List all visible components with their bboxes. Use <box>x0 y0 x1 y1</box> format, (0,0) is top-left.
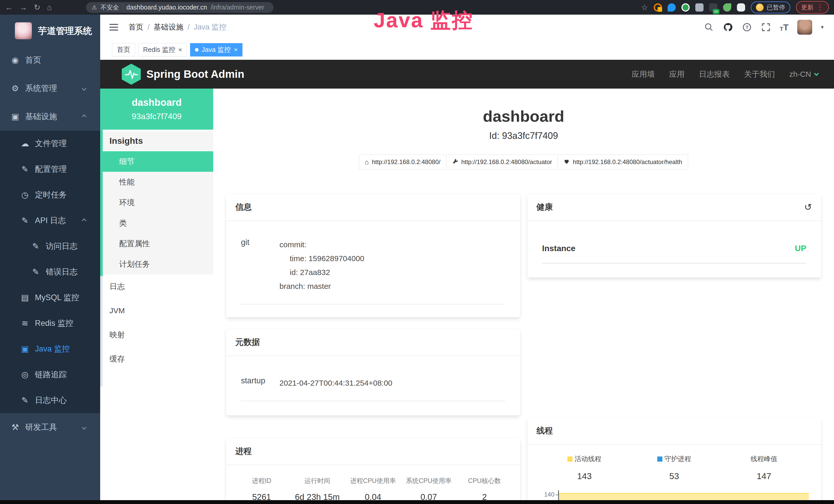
sidebar-item-api-logs[interactable]: ✎ API 日志 <box>0 208 100 233</box>
bookmark-star-icon[interactable]: ☆ <box>641 3 648 12</box>
status-badge: UP <box>795 244 806 253</box>
heart-icon <box>564 158 570 166</box>
sba-content: dashboard Id: 93a3fc7f7409 ⌂ http://192.… <box>213 89 834 504</box>
tab-java-monitor[interactable]: Java 监控 × <box>190 43 242 56</box>
sba-header: Spring Boot Admin 应用墙 应用 日志报表 关于我们 zh-CN <box>100 60 834 89</box>
extension-icon[interactable] <box>737 3 745 12</box>
sidebar-item-config-management[interactable]: ✎ 配置管理 <box>0 156 100 182</box>
sba-nav-journal[interactable]: 日志报表 <box>699 69 730 79</box>
chevron-up-icon <box>82 114 86 119</box>
instance-name: dashboard <box>132 97 182 108</box>
breadcrumb-home[interactable]: 首页 <box>128 22 143 32</box>
chevron-down-icon <box>814 71 818 76</box>
extension-icon[interactable] <box>695 3 704 12</box>
font-size-icon[interactable]: TT <box>780 22 789 32</box>
sidebar-item-access-logs[interactable]: ✎ 访问日志 <box>0 233 100 259</box>
extension-icon[interactable]: 1 <box>654 3 662 12</box>
sidebar-item-infrastructure[interactable]: ▣ 基础设施 <box>0 102 100 131</box>
breadcrumb-infrastructure[interactable]: 基础设施 <box>154 22 183 32</box>
update-browser-button[interactable]: 更新 ⋮ <box>796 1 829 14</box>
sidebar-item-system[interactable]: ⚙ 系统管理 <box>0 74 100 102</box>
info-git-row: git commit: time: 1596289704000 id: 27aa… <box>241 238 505 304</box>
user-avatar[interactable] <box>797 20 812 35</box>
trace-icon: ◎ <box>19 370 31 380</box>
dashboard-icon: ◉ <box>9 55 21 65</box>
tab-home[interactable]: 首页 <box>112 43 135 56</box>
fullscreen-icon[interactable] <box>761 22 771 32</box>
extension-on-badge: on <box>713 9 720 14</box>
sba-language-select[interactable]: zh-CN <box>789 70 818 78</box>
help-icon[interactable]: ? <box>742 22 752 32</box>
hamburger-icon[interactable] <box>106 21 122 33</box>
metadata-card: 元数据 startup 2021-04-27T00:44:31.254+08:0… <box>226 329 520 415</box>
back-icon[interactable]: ← <box>5 4 13 11</box>
forward-icon[interactable]: → <box>20 4 27 11</box>
threads-legend: 活动线程 143 守护进程 <box>540 455 809 481</box>
main-column: 首页 / 基础设施 / Java 监控 <box>100 15 834 504</box>
sba-menu-caches[interactable]: 缓存 <box>100 347 213 371</box>
process-table: 进程ID 5261 运行时间 6d 23h 15m 59s 进程CPU使用率 <box>226 465 520 504</box>
log-icon: ✎ <box>30 241 42 251</box>
close-icon[interactable]: × <box>234 47 238 53</box>
sba-menu-classes[interactable]: 类 <box>100 213 213 233</box>
address-bar[interactable]: ⚠ 不安全 dashboard.yudao.iocoder.cn /infra/… <box>86 2 273 13</box>
redis-icon: ≋ <box>19 318 31 328</box>
sidebar-item-mysql-monitor[interactable]: ▤ MySQL 监控 <box>0 285 100 311</box>
extension-icon[interactable] <box>667 3 676 12</box>
sidebar-item-trace[interactable]: ◎ 链路追踪 <box>0 362 100 387</box>
sidebar-item-java-monitor[interactable]: ▣ Java 监控 <box>0 336 100 362</box>
home-icon[interactable]: ⌂ <box>47 4 52 11</box>
sba-nav-about[interactable]: 关于我们 <box>744 69 775 79</box>
sidebar-item-file-management[interactable]: ☁ 文件管理 <box>0 131 100 156</box>
sidebar-item-error-logs[interactable]: ✎ 错误日志 <box>0 259 100 285</box>
history-icon[interactable]: ↺ <box>804 203 812 212</box>
github-icon[interactable] <box>723 22 733 32</box>
close-icon[interactable]: × <box>178 47 182 53</box>
app-logo[interactable]: 芋道管理系统 <box>0 15 100 46</box>
sba-menu-details[interactable]: 细节 <box>100 151 213 172</box>
reload-icon[interactable]: ↻ <box>34 4 40 11</box>
sba-menu-scheduled-tasks[interactable]: 计划任务 <box>100 254 213 274</box>
paused-profile-badge[interactable]: 已暂停 <box>751 2 790 13</box>
legend-value: 147 <box>719 471 809 481</box>
url-path: /infra/admin-server <box>211 4 264 11</box>
sba-menu-mappings[interactable]: 映射 <box>100 323 213 347</box>
cards-left-column: 信息 git commit: time: 1596289704000 id: 2 <box>226 194 520 504</box>
sidebar-item-scheduled-tasks[interactable]: ◷ 定时任务 <box>0 182 100 208</box>
card-title: 进程 <box>235 446 252 457</box>
sba-nav-wallboard[interactable]: 应用墙 <box>632 69 655 79</box>
edit-icon: ✎ <box>19 164 31 174</box>
instance-header[interactable]: dashboard 93a3fc7f7409 <box>100 89 213 130</box>
sba-nav-applications[interactable]: 应用 <box>669 69 684 79</box>
sba-menu-config-props[interactable]: 配置属性 <box>100 233 213 254</box>
search-icon[interactable] <box>704 22 714 32</box>
caret-down-icon[interactable]: ▾ <box>821 24 824 30</box>
extension-icon[interactable] <box>681 3 690 12</box>
emoji-face-icon <box>756 4 764 11</box>
process-col-uptime: 运行时间 6d 23h 15m 59s <box>289 477 345 504</box>
browser-toolbar-right: ☆ 1 on 已暂停 更新 ⋮ <box>641 1 829 14</box>
sidebar-item-home[interactable]: ◉ 首页 <box>0 46 100 74</box>
chevron-down-icon <box>82 86 86 91</box>
metadata-row-value: 2021-04-27T00:44:31.254+08:00 <box>280 376 393 390</box>
sba-menu-logs[interactable]: 日志 <box>100 274 213 299</box>
cards-right-column: 健康 ↺ Instance UP <box>527 194 821 504</box>
admin-nav: ◉ 首页 ⚙ 系统管理 ▣ 基础设施 ☁ 文件管理 <box>0 46 100 441</box>
sidebar-item-redis-monitor[interactable]: ≋ Redis 监控 <box>0 311 100 336</box>
sidebar-item-log-center[interactable]: ✎ 日志中心 <box>0 387 100 413</box>
sba-menu-metrics[interactable]: 性能 <box>100 172 213 192</box>
tags-view-bar: 首页 Redis 监控 × Java 监控 × <box>100 40 834 60</box>
health-url-button[interactable]: http://192.168.0.2:48080/actuator/health <box>557 155 688 169</box>
actuator-url-button[interactable]: http://192.168.0.2:48080/actuator <box>446 155 558 169</box>
breadcrumb-current: Java 监控 <box>194 22 226 32</box>
security-label: 不安全 <box>101 3 119 12</box>
sidebar-item-dev-tools[interactable]: ⚒ 研发工具 <box>0 413 100 441</box>
service-url-button[interactable]: ⌂ http://192.168.0.2:48080/ <box>359 155 446 169</box>
sba-menu-environment[interactable]: 环境 <box>100 192 213 213</box>
health-instance-row[interactable]: Instance UP <box>542 244 807 264</box>
extension-icon[interactable]: on <box>709 3 717 12</box>
sba-menu-jvm[interactable]: JVM <box>100 299 213 323</box>
legend-daemon-threads: 守护进程 53 <box>629 455 719 481</box>
extension-icon[interactable] <box>723 3 731 12</box>
tab-redis-monitor[interactable]: Redis 监控 × <box>138 43 187 56</box>
